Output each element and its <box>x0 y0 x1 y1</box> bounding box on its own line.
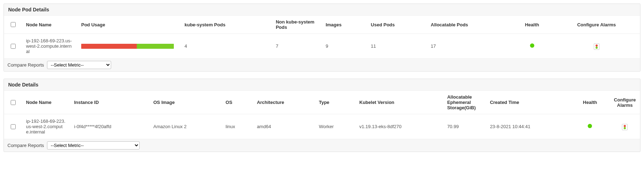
cell-non-kube-system: 7 <box>271 34 321 59</box>
cell-node-name[interactable]: ip-192-168-69-223.us-west-2.compute.inte… <box>22 34 77 59</box>
node-details-panel: Node Details Node Name Instance ID OS Im… <box>4 79 640 152</box>
col-used-pods[interactable]: Used Pods <box>367 16 426 34</box>
row-checkbox[interactable] <box>11 124 16 129</box>
cell-created-time: 23-8-2021 10:44:41 <box>485 114 570 139</box>
cell-kubelet-version: v1.19.13-eks-8df270 <box>355 114 443 139</box>
cell-health <box>570 114 609 139</box>
col-os-image[interactable]: OS Image <box>149 91 221 114</box>
panel-footer: Compare Reports --Select Metric-- <box>4 139 640 152</box>
col-images[interactable]: Images <box>321 16 367 34</box>
col-configure-alarms[interactable]: Configure Alarms <box>553 16 640 34</box>
col-architecture[interactable]: Architecture <box>253 91 315 114</box>
cell-allocatable-pods: 17 <box>426 34 511 59</box>
health-ok-icon <box>588 124 592 128</box>
cell-instance-id: i-0f4d*****4f20affd <box>70 114 149 139</box>
cell-architecture: amd64 <box>253 114 315 139</box>
col-type[interactable]: Type <box>315 91 355 114</box>
col-pod-usage[interactable]: Pod Usage <box>77 16 180 34</box>
col-kube-system[interactable]: kube-system Pods <box>180 16 271 34</box>
col-instance-id[interactable]: Instance ID <box>70 91 149 114</box>
table-row: ip-192-168-69-223.us-west-2.compute.inte… <box>4 114 640 139</box>
col-storage[interactable]: Allocatable Ephemeral Storage(GiB) <box>443 91 485 114</box>
col-node-name[interactable]: Node Name <box>22 91 70 114</box>
col-health[interactable]: Health <box>570 91 609 114</box>
col-allocatable-pods[interactable]: Allocatable Pods <box>426 16 511 34</box>
pod-usage-bar <box>81 44 174 49</box>
cell-images: 9 <box>321 34 367 59</box>
configure-alarm-icon[interactable] <box>622 124 628 130</box>
panel-title: Node Pod Details <box>4 4 640 16</box>
col-node-name[interactable]: Node Name <box>22 16 77 34</box>
pod-usage-free-segment <box>137 44 174 49</box>
table-row: ip-192-168-69-223.us-west-2.compute.inte… <box>4 34 640 59</box>
col-non-kube-system[interactable]: Non kube-system Pods <box>271 16 321 34</box>
compare-reports-label: Compare Reports <box>7 62 44 68</box>
col-created-time[interactable]: Created Time <box>485 91 570 114</box>
compare-reports-label: Compare Reports <box>7 143 44 148</box>
panel-footer: Compare Reports --Select Metric-- <box>4 58 640 71</box>
select-all-checkbox[interactable] <box>11 22 16 27</box>
cell-type: Worker <box>315 114 355 139</box>
panel-title: Node Details <box>4 79 640 91</box>
pod-details-table: Node Name Pod Usage kube-system Pods Non… <box>4 16 640 58</box>
configure-alarm-icon[interactable] <box>594 43 599 50</box>
health-ok-icon <box>530 43 534 48</box>
cell-storage: 70.99 <box>443 114 485 139</box>
cell-kube-system: 4 <box>180 34 271 59</box>
cell-configure-alarms <box>610 114 640 139</box>
pod-usage-used-segment <box>81 44 137 49</box>
cell-health <box>511 34 553 59</box>
node-pod-details-panel: Node Pod Details Node Name Pod Usage kub… <box>4 4 640 72</box>
row-checkbox[interactable] <box>11 44 16 49</box>
compare-metric-select[interactable]: --Select Metric-- <box>47 61 111 69</box>
col-health[interactable]: Health <box>511 16 553 34</box>
cell-os: linux <box>221 114 253 139</box>
cell-os-image: Amazon Linux 2 <box>149 114 221 139</box>
cell-node-name[interactable]: ip-192-168-69-223.us-west-2.compute.inte… <box>22 114 70 139</box>
col-kubelet-version[interactable]: Kubelet Version <box>355 91 443 114</box>
cell-pod-usage <box>77 34 180 59</box>
node-details-table: Node Name Instance ID OS Image OS Archit… <box>4 91 640 139</box>
col-os[interactable]: OS <box>221 91 253 114</box>
cell-used-pods: 11 <box>367 34 426 59</box>
compare-metric-select[interactable]: --Select Metric-- <box>47 141 140 149</box>
col-configure-alarms[interactable]: Configure Alarms <box>610 91 640 114</box>
cell-configure-alarms <box>553 34 640 59</box>
select-all-checkbox[interactable] <box>11 100 16 105</box>
